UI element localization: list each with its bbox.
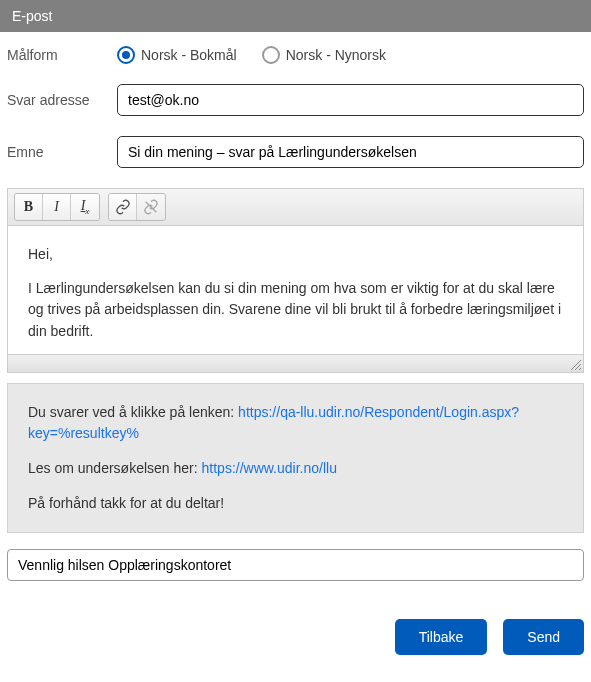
emne-label: Emne bbox=[7, 144, 117, 160]
dialog-title: E-post bbox=[12, 8, 52, 24]
emne-input[interactable] bbox=[117, 136, 584, 168]
radio-nynorsk-label: Norsk - Nynorsk bbox=[286, 47, 386, 63]
link-group bbox=[108, 193, 166, 221]
radio-bokmal-label: Norsk - Bokmål bbox=[141, 47, 237, 63]
info-line-1-text: Du svarer ved å klikke på lenken: bbox=[28, 404, 238, 420]
unlink-button[interactable] bbox=[137, 194, 165, 220]
link-icon bbox=[115, 199, 131, 215]
text-format-group: B I Ix bbox=[14, 193, 100, 221]
link-button[interactable] bbox=[109, 194, 137, 220]
dialog-content: Målform Norsk - Bokmål Norsk - Nynorsk S… bbox=[0, 32, 591, 591]
info-link-2[interactable]: https://www.udir.no/llu bbox=[202, 460, 337, 476]
rich-text-editor: B I Ix bbox=[7, 188, 584, 373]
bold-button[interactable]: B bbox=[15, 194, 43, 220]
malform-radio-group: Norsk - Bokmål Norsk - Nynorsk bbox=[117, 46, 386, 64]
info-line-2-text: Les om undersøkelsen her: bbox=[28, 460, 202, 476]
dialog-header: E-post bbox=[0, 0, 591, 32]
editor-greeting: Hei, bbox=[28, 244, 563, 266]
clear-format-icon: Ix bbox=[81, 198, 90, 216]
info-line-1: Du svarer ved å klikke på lenken: https:… bbox=[28, 402, 563, 444]
radio-circle-icon bbox=[117, 46, 135, 64]
editor-paragraph: I Lærlingundersøkelsen kan du si din men… bbox=[28, 278, 563, 343]
italic-button[interactable]: I bbox=[43, 194, 71, 220]
malform-row: Målform Norsk - Bokmål Norsk - Nynorsk bbox=[7, 46, 584, 64]
resize-handle-icon[interactable] bbox=[569, 358, 581, 370]
clear-format-button[interactable]: Ix bbox=[71, 194, 99, 220]
malform-label: Målform bbox=[7, 47, 117, 63]
unlink-icon bbox=[143, 199, 159, 215]
send-button[interactable]: Send bbox=[503, 619, 584, 655]
button-row: Tilbake Send bbox=[0, 591, 591, 665]
editor-body-wrap: Hei, I Lærlingundersøkelsen kan du si di… bbox=[8, 226, 583, 354]
radio-bokmal[interactable]: Norsk - Bokmål bbox=[117, 46, 237, 64]
info-line-3: På forhånd takk for at du deltar! bbox=[28, 493, 563, 514]
back-button[interactable]: Tilbake bbox=[395, 619, 488, 655]
info-line-2: Les om undersøkelsen her: https://www.ud… bbox=[28, 458, 563, 479]
svar-adresse-label: Svar adresse bbox=[7, 92, 117, 108]
info-box: Du svarer ved å klikke på lenken: https:… bbox=[7, 383, 584, 533]
signature-input[interactable] bbox=[7, 549, 584, 581]
svar-adresse-row: Svar adresse bbox=[7, 84, 584, 116]
editor-footer bbox=[8, 354, 583, 372]
radio-circle-icon bbox=[262, 46, 280, 64]
radio-nynorsk[interactable]: Norsk - Nynorsk bbox=[262, 46, 386, 64]
emne-row: Emne bbox=[7, 136, 584, 168]
italic-icon: I bbox=[54, 199, 59, 215]
bold-icon: B bbox=[24, 199, 33, 215]
editor-toolbar: B I Ix bbox=[8, 189, 583, 226]
svg-line-3 bbox=[579, 368, 581, 370]
radio-dot-icon bbox=[122, 51, 130, 59]
editor-body[interactable]: Hei, I Lærlingundersøkelsen kan du si di… bbox=[8, 226, 583, 354]
svar-adresse-input[interactable] bbox=[117, 84, 584, 116]
